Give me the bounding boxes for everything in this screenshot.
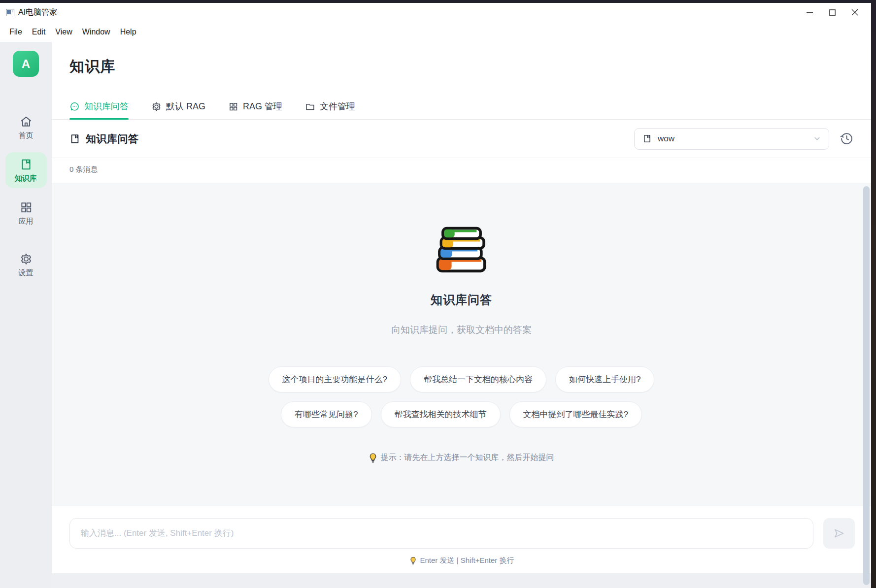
tab-file-manage[interactable]: 文件管理 — [305, 100, 355, 119]
suggestion-chip[interactable]: 有哪些常见问题? — [281, 401, 371, 427]
gear-icon — [20, 253, 33, 265]
lightbulb-icon — [369, 453, 377, 463]
close-button[interactable] — [843, 4, 866, 21]
grid-icon — [228, 101, 238, 112]
message-input[interactable] — [69, 518, 813, 549]
tab-bar: 知识库问答 默认 RAG RAG 管理 — [52, 100, 871, 120]
send-icon — [833, 527, 845, 540]
minimize-icon — [807, 9, 813, 16]
home-icon — [20, 115, 33, 128]
page-title: 知识库 — [52, 42, 871, 77]
tab-label: 文件管理 — [320, 100, 355, 112]
maximize-icon — [829, 9, 836, 16]
tab-label: 知识库问答 — [84, 100, 129, 112]
menu-view[interactable]: View — [50, 25, 77, 39]
knowledge-base-select[interactable]: wow — [634, 128, 829, 150]
suggestion-chip[interactable]: 如何快速上手使用? — [555, 366, 654, 392]
minimize-button[interactable] — [798, 4, 821, 21]
suggestion-chip[interactable]: 文档中提到了哪些最佳实践? — [509, 401, 642, 427]
suggestion-chips: 这个项目的主要功能是什么? 帮我总结一下文档的核心内容 如何快速上手使用? 有哪… — [233, 362, 691, 432]
lightbulb-icon — [410, 556, 416, 565]
send-button[interactable] — [823, 518, 855, 549]
sidebar-item-label: 应用 — [19, 217, 34, 226]
books-illustration — [436, 226, 487, 273]
tab-rag-manage[interactable]: RAG 管理 — [228, 100, 282, 119]
sidebar-item-knowledge[interactable]: 知识库 — [5, 152, 47, 188]
tip-text: 提示：请先在上方选择一个知识库，然后开始提问 — [381, 453, 554, 463]
tab-default-rag[interactable]: 默认 RAG — [151, 100, 205, 119]
gear-icon — [151, 101, 162, 112]
tab-label: RAG 管理 — [243, 100, 282, 112]
sidebar-item-settings[interactable]: 设置 — [5, 247, 47, 283]
section-header: 知识库问答 — [69, 132, 139, 146]
section-title: 知识库问答 — [86, 132, 139, 146]
apps-icon — [20, 201, 33, 214]
folder-icon — [305, 101, 315, 112]
knowledge-base-selected-value: wow — [658, 134, 813, 144]
avatar[interactable]: A — [13, 51, 39, 77]
suggestion-chip[interactable]: 这个项目的主要功能是什么? — [269, 366, 401, 392]
tip-row: 提示：请先在上方选择一个知识库，然后开始提问 — [369, 453, 554, 463]
suggestion-chip[interactable]: 帮我查找相关的技术细节 — [381, 401, 501, 427]
toolbar-actions: wow — [634, 128, 855, 150]
sidebar-item-label: 设置 — [19, 268, 34, 278]
message-count: 0 条消息 — [52, 158, 871, 183]
empty-state-subtitle: 向知识库提问，获取文档中的答案 — [391, 324, 532, 336]
chat-bubble-icon — [69, 101, 80, 112]
sidebar-nav: 首页 知识库 应用 — [0, 109, 52, 290]
chat-empty-area: 知识库问答 向知识库提问，获取文档中的答案 这个项目的主要功能是什么? 帮我总结… — [52, 183, 871, 506]
window-title: AI电脑管家 — [18, 7, 57, 18]
menu-help[interactable]: Help — [115, 25, 141, 39]
composer: Enter 发送 | Shift+Enter 换行 — [52, 506, 871, 573]
menu-window[interactable]: Window — [77, 25, 115, 39]
book-icon — [642, 133, 652, 144]
app-icon — [6, 9, 14, 16]
desktop-edge-right — [871, 0, 876, 588]
tab-kb-qa[interactable]: 知识库问答 — [69, 100, 129, 119]
composer-hint: Enter 发送 | Shift+Enter 换行 — [69, 549, 855, 573]
tab-label: 默认 RAG — [166, 100, 205, 112]
history-button[interactable] — [838, 131, 855, 147]
scrollbar-thumb[interactable] — [863, 186, 870, 585]
main-panel: 知识库 知识库问答 默认 RAG — [52, 42, 871, 588]
sidebar: A 首页 知识库 应 — [0, 42, 52, 588]
sidebar-item-label: 知识库 — [15, 174, 37, 183]
menu-bar: File Edit View Window Help — [0, 22, 871, 42]
menu-file[interactable]: File — [4, 25, 27, 39]
sidebar-item-label: 首页 — [19, 131, 34, 140]
chevron-down-icon — [813, 135, 821, 142]
bottom-strip — [52, 573, 871, 588]
book-icon — [20, 158, 33, 171]
maximize-button[interactable] — [821, 4, 843, 21]
app-window: AI电脑管家 File Edit View Window Help A — [0, 3, 871, 588]
close-icon — [851, 9, 858, 16]
menu-edit[interactable]: Edit — [27, 25, 51, 39]
sidebar-item-apps[interactable]: 应用 — [5, 195, 47, 231]
hint-text: Enter 发送 | Shift+Enter 换行 — [420, 556, 514, 565]
section-toolbar: 知识库问答 wow — [52, 120, 871, 158]
empty-state-title: 知识库问答 — [431, 292, 492, 308]
title-bar: AI电脑管家 — [0, 3, 871, 22]
suggestion-chip[interactable]: 帮我总结一下文档的核心内容 — [410, 366, 546, 392]
history-clock-icon — [840, 132, 853, 145]
book-icon — [69, 133, 80, 145]
sidebar-item-home[interactable]: 首页 — [5, 109, 47, 145]
